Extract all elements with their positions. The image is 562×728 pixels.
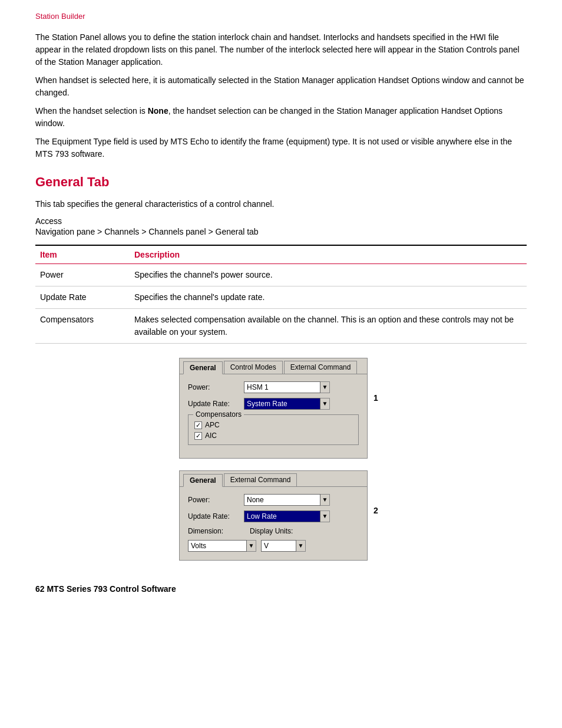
power-select-1: HSM 1 ▼ [244,381,359,393]
apc-label: APC [205,421,220,429]
breadcrumb: Station Builder [35,12,527,21]
power-select-wrapper-1[interactable]: HSM 1 ▼ [244,381,330,393]
desc-compensators: Makes selected compensation available on… [130,309,527,344]
callout-2: 2 [373,506,383,515]
col2-header: Description [130,245,527,264]
update-rate-select-2: Low Rate ▼ [244,510,359,522]
dimension-labels-row: Dimension: Display Units: [188,527,359,535]
power-dropdown-arrow-1[interactable]: ▼ [320,381,330,393]
table-row: Update Rate Specifies the channel's upda… [35,286,527,309]
update-rate-select-wrapper-2[interactable]: Low Rate ▼ [244,510,330,522]
intro-paragraph-3: When the handset selection is None, the … [35,105,527,130]
intro-paragraph-1: The Station Panel allows you to define t… [35,31,527,68]
update-rate-select-1: System Rate ▼ [244,398,359,410]
tab-general-2[interactable]: General [183,474,223,487]
desc-power: Specifies the channel's power source. [130,264,527,286]
aic-label: AIC [205,431,217,440]
access-label: Access [35,216,527,226]
compensators-group: Compensators APC AIC [188,414,359,445]
tab-external-command-2[interactable]: External Command [224,473,297,486]
screenshot-row-1: General Control Modes External Command P… [179,358,383,459]
dialog-box-2: General External Command Power: None ▼ U… [179,470,368,561]
intro-paragraph-2: When handset is selected here, it is aut… [35,74,527,99]
power-label-1: Power: [188,383,244,391]
power-field-row-1: Power: HSM 1 ▼ [188,381,359,393]
aic-checkbox-row: AIC [194,431,352,440]
item-power: Power [35,264,130,286]
update-rate-field-row-2: Update Rate: Low Rate ▼ [188,510,359,522]
callout-1: 1 [373,393,383,403]
tab-control-modes[interactable]: Control Modes [224,361,283,374]
screenshots-area: General Control Modes External Command P… [35,358,527,561]
power-select-wrapper-2[interactable]: None ▼ [244,494,330,506]
intro-paragraph-4: The Equipment Type field is used by MTS … [35,136,527,160]
power-label-2: Power: [188,496,244,504]
dialog-box-1: General Control Modes External Command P… [179,358,368,459]
power-field-row-2: Power: None ▼ [188,494,359,506]
dimension-select-box[interactable]: Volts [188,540,247,552]
display-units-select-box[interactable]: V [261,540,296,552]
update-rate-field-row-1: Update Rate: System Rate ▼ [188,398,359,410]
update-rate-select-wrapper-1[interactable]: System Rate ▼ [244,398,330,410]
power-select-2: None ▼ [244,494,359,506]
update-rate-label-2: Update Rate: [188,512,244,521]
col1-header: Item [35,245,130,264]
footer-text: 62 MTS Series 793 Control Software [35,584,527,594]
apc-checkbox[interactable] [194,421,202,429]
nav-path: Navigation pane > Channels > Channels pa… [35,227,527,236]
dimension-select-wrapper[interactable]: Volts ▼ [188,540,256,552]
update-rate-select-box-1[interactable]: System Rate [244,398,320,410]
item-compensators: Compensators [35,309,130,344]
display-units-select-wrapper[interactable]: V ▼ [261,540,306,552]
dialog1-tabs: General Control Modes External Command [180,358,367,374]
dialog1-body: Power: HSM 1 ▼ Update Rate: System Rate … [180,374,367,458]
power-dropdown-arrow-2[interactable]: ▼ [320,494,330,506]
dimension-selects-row: Volts ▼ V ▼ [188,540,359,552]
dialog2-body: Power: None ▼ Update Rate: Low Rate ▼ [180,487,367,560]
update-rate-dropdown-arrow-1[interactable]: ▼ [320,398,330,410]
apc-checkbox-row: APC [194,421,352,429]
none-bold: None [148,106,168,116]
aic-checkbox[interactable] [194,432,202,440]
update-rate-select-box-2[interactable]: Low Rate [244,510,320,522]
update-rate-label-1: Update Rate: [188,400,244,408]
display-units-label: Display Units: [250,527,293,535]
section-title: General Tab [35,174,527,190]
compensators-legend: Compensators [193,410,244,419]
tab-external-command-1[interactable]: External Command [284,361,358,374]
description-table: Item Description Power Specifies the cha… [35,245,527,344]
dimension-dropdown-arrow[interactable]: ▼ [247,540,256,552]
item-update-rate: Update Rate [35,286,130,309]
table-row: Compensators Makes selected compensation… [35,309,527,344]
screenshot-row-2: General External Command Power: None ▼ U… [179,470,383,561]
desc-update-rate: Specifies the channel's update rate. [130,286,527,309]
display-units-dropdown-arrow[interactable]: ▼ [296,540,306,552]
power-select-box-1[interactable]: HSM 1 [244,381,320,393]
table-row: Power Specifies the channel's power sour… [35,264,527,286]
dimension-label: Dimension: [188,527,244,535]
update-rate-dropdown-arrow-2[interactable]: ▼ [320,510,330,522]
section-intro: This tab specifies the general character… [35,198,527,210]
dialog2-tabs: General External Command [180,471,367,487]
tab-general-1[interactable]: General [183,361,223,374]
power-select-box-2[interactable]: None [244,494,320,506]
